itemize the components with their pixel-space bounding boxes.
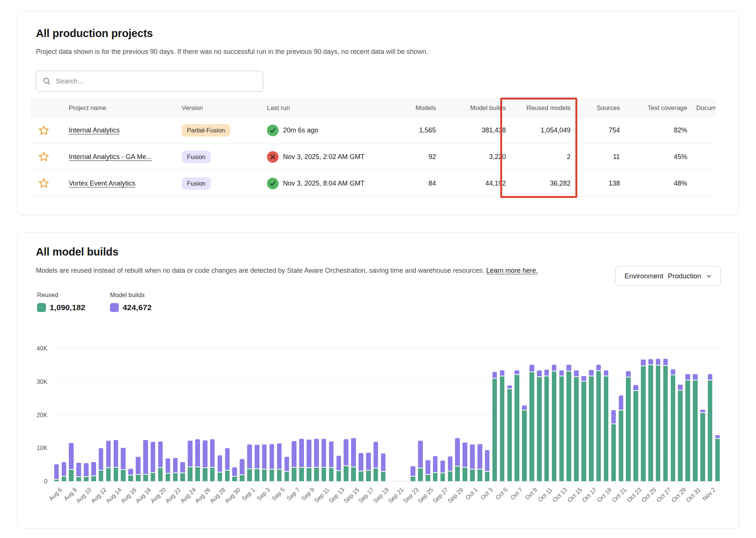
stacked-bar[interactable]: [106, 441, 111, 481]
stacked-bar[interactable]: [440, 461, 445, 481]
stacked-bar[interactable]: [232, 467, 237, 481]
stacked-bar[interactable]: [425, 460, 430, 481]
stacked-bar[interactable]: [514, 370, 519, 481]
stacked-bar[interactable]: [84, 463, 89, 481]
stacked-bar[interactable]: [529, 364, 534, 481]
stacked-bar[interactable]: [203, 440, 208, 481]
stacked-bar[interactable]: [544, 370, 549, 481]
stacked-bar[interactable]: [225, 448, 230, 481]
stacked-bar[interactable]: [522, 406, 527, 481]
stacked-bar[interactable]: [470, 444, 475, 481]
project-name-link[interactable]: Vortex Event Analytics: [69, 180, 135, 187]
stacked-bar[interactable]: [715, 435, 720, 481]
stacked-bar[interactable]: [151, 442, 156, 481]
stacked-bar[interactable]: [411, 466, 415, 481]
stacked-bar[interactable]: [262, 444, 267, 481]
stacked-bar[interactable]: [136, 457, 141, 481]
project-name-link[interactable]: Internal Analytics: [69, 126, 120, 134]
stacked-bar[interactable]: [307, 440, 311, 481]
stacked-bar[interactable]: [611, 410, 616, 481]
stacked-bar[interactable]: [366, 453, 371, 481]
stacked-bar[interactable]: [619, 395, 624, 481]
star-icon[interactable]: [37, 124, 50, 137]
stacked-bar[interactable]: [240, 459, 245, 481]
stacked-bar[interactable]: [128, 469, 133, 481]
stacked-bar[interactable]: [566, 364, 571, 481]
stacked-bar[interactable]: [351, 438, 356, 481]
project-name-link[interactable]: Internal Analytics - GA Me...: [69, 153, 152, 161]
stacked-bar[interactable]: [648, 359, 653, 481]
stacked-bar[interactable]: [314, 439, 319, 481]
stacked-bar[interactable]: [76, 463, 81, 481]
stacked-bar[interactable]: [247, 444, 252, 481]
stacked-bar[interactable]: [448, 456, 453, 481]
stacked-bar[interactable]: [322, 439, 326, 481]
stacked-bar[interactable]: [708, 374, 713, 481]
stacked-bar[interactable]: [62, 462, 67, 481]
stacked-bar[interactable]: [685, 374, 690, 481]
stacked-bar[interactable]: [552, 364, 557, 481]
stacked-bar[interactable]: [633, 385, 638, 481]
stacked-bar[interactable]: [210, 439, 215, 481]
stacked-bar[interactable]: [693, 374, 698, 481]
star-icon[interactable]: [37, 150, 50, 163]
star-icon[interactable]: [37, 177, 50, 190]
stacked-bar[interactable]: [299, 439, 304, 481]
stacked-bar[interactable]: [581, 376, 586, 481]
stacked-bar[interactable]: [604, 370, 609, 481]
stacked-bar[interactable]: [285, 457, 289, 481]
stacked-bar[interactable]: [329, 441, 334, 481]
stacked-bar[interactable]: [507, 385, 512, 481]
stacked-bar[interactable]: [195, 439, 200, 481]
stacked-bar[interactable]: [574, 370, 579, 481]
stacked-bar[interactable]: [166, 458, 170, 481]
stacked-bar[interactable]: [678, 385, 683, 481]
stacked-bar[interactable]: [381, 453, 386, 481]
table-row[interactable]: Vortex Event AnalyticsFusionNov 3, 2025,…: [31, 170, 716, 197]
stacked-bar[interactable]: [671, 369, 676, 481]
stacked-bar[interactable]: [114, 440, 119, 481]
stacked-bar[interactable]: [255, 445, 259, 481]
stacked-bar[interactable]: [91, 462, 96, 481]
stacked-bar[interactable]: [54, 464, 59, 481]
stacked-bar[interactable]: [143, 440, 148, 481]
reused-segment: [596, 371, 601, 481]
stacked-bar[interactable]: [180, 462, 185, 481]
stacked-bar[interactable]: [492, 372, 497, 481]
stacked-bar[interactable]: [462, 443, 467, 481]
stacked-bar[interactable]: [596, 365, 601, 481]
stacked-bar[interactable]: [374, 442, 378, 481]
stacked-bar[interactable]: [559, 370, 564, 481]
stacked-bar[interactable]: [626, 371, 631, 481]
stacked-bar[interactable]: [700, 410, 705, 481]
stacked-bar[interactable]: [218, 455, 222, 481]
stacked-bar[interactable]: [433, 456, 438, 481]
stacked-bar[interactable]: [277, 443, 282, 481]
stacked-bar[interactable]: [589, 370, 594, 481]
stacked-bar[interactable]: [477, 444, 482, 481]
y-axis-tick-label: 0: [24, 478, 47, 485]
stacked-bar[interactable]: [500, 370, 505, 481]
table-row[interactable]: Internal AnalyticsPartial-Fusion20m 6s a…: [31, 117, 716, 144]
stacked-bar[interactable]: [69, 443, 74, 481]
stacked-bar[interactable]: [656, 359, 661, 481]
stacked-bar[interactable]: [641, 360, 646, 481]
stacked-bar[interactable]: [359, 453, 363, 481]
stacked-bar[interactable]: [485, 450, 490, 481]
stacked-bar[interactable]: [455, 438, 460, 481]
stacked-bar[interactable]: [344, 439, 348, 481]
stacked-bar[interactable]: [663, 359, 668, 481]
stacked-bar[interactable]: [418, 441, 423, 481]
stacked-bar[interactable]: [158, 441, 163, 481]
stacked-bar[interactable]: [336, 456, 341, 481]
stacked-bar[interactable]: [292, 441, 296, 481]
stacked-bar[interactable]: [270, 444, 274, 481]
stacked-bar[interactable]: [537, 370, 542, 481]
reused-segment: [359, 471, 363, 481]
stacked-bar[interactable]: [188, 441, 193, 481]
search-input[interactable]: [56, 77, 256, 85]
stacked-bar[interactable]: [121, 448, 126, 481]
stacked-bar[interactable]: [99, 448, 104, 481]
stacked-bar[interactable]: [173, 458, 178, 481]
table-row[interactable]: Internal Analytics - GA Me...FusionNov 3…: [31, 144, 716, 170]
